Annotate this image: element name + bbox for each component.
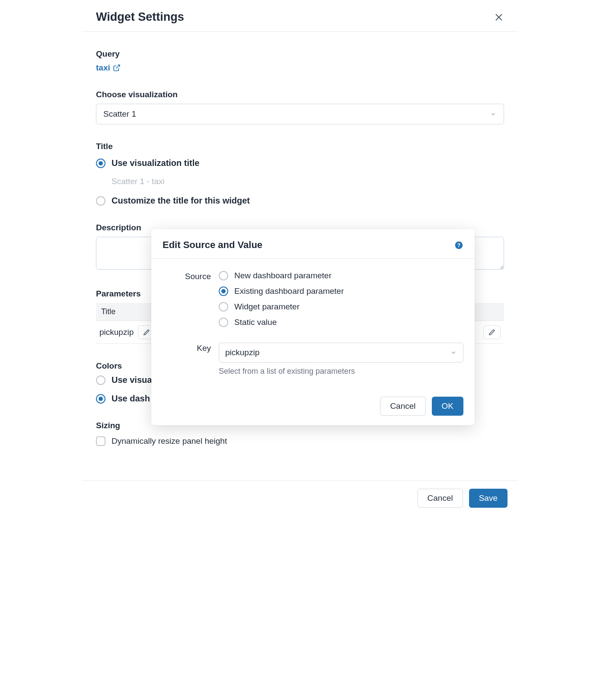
dynamic-resize-label: Dynamically resize panel height [112,436,227,446]
edit-parameter-button-right[interactable] [483,325,501,339]
parameter-name: pickupzip [99,328,134,337]
source-label: Source [163,271,219,333]
dynamic-resize-checkbox[interactable] [96,436,105,446]
edit-source-modal: Edit Source and Value ? Source New dashb… [151,229,475,425]
radio-colors-visual[interactable] [96,375,105,385]
modal-title: Edit Source and Value [163,239,262,251]
key-label: Key [163,343,219,376]
radio-source-widget[interactable] [219,302,228,312]
pencil-icon [488,328,496,336]
radio-source-new-label: New dashboard parameter [234,271,332,280]
close-icon[interactable] [494,12,504,22]
svg-text:?: ? [457,242,460,248]
query-link-text: taxi [96,63,110,73]
radio-colors-dashboard-label: Use dash [112,394,150,404]
chevron-down-icon [450,349,457,356]
svg-line-2 [116,65,119,68]
radio-colors-visual-label: Use visual [112,375,154,385]
radio-source-widget-label: Widget parameter [234,302,300,312]
query-link[interactable]: taxi [96,63,121,73]
cancel-button[interactable]: Cancel [418,489,463,508]
save-button[interactable]: Save [469,489,507,508]
modal-cancel-button[interactable]: Cancel [380,397,425,416]
visualization-selected-text: Scatter 1 [103,109,136,119]
radio-source-static-label: Static value [234,318,277,327]
chevron-down-icon [490,111,497,118]
radio-source-new[interactable] [219,271,228,280]
modal-ok-button[interactable]: OK [432,397,463,416]
key-select[interactable]: pickupzip [219,343,463,363]
external-link-icon [113,64,121,72]
key-helper-text: Select from a list of existing parameter… [219,367,463,376]
radio-customize-title[interactable] [96,196,105,206]
help-icon[interactable]: ? [454,241,463,250]
title-label: Title [96,142,504,151]
visualization-label: Choose visualization [96,90,504,99]
derived-title: Scatter 1 - taxi [112,177,504,186]
visualization-select[interactable]: Scatter 1 [96,104,504,124]
radio-customize-title-label: Customize the title for this widget [112,196,250,206]
radio-source-static[interactable] [219,318,228,327]
radio-source-existing[interactable] [219,286,228,296]
radio-colors-dashboard[interactable] [96,394,105,404]
key-select-value: pickupzip [225,348,259,357]
query-label: Query [96,49,504,59]
radio-use-viz-title-label: Use visualization title [112,158,199,168]
radio-source-existing-label: Existing dashboard parameter [234,286,344,296]
pencil-icon [143,328,150,336]
page-title: Widget Settings [96,10,184,24]
radio-use-viz-title[interactable] [96,159,105,168]
